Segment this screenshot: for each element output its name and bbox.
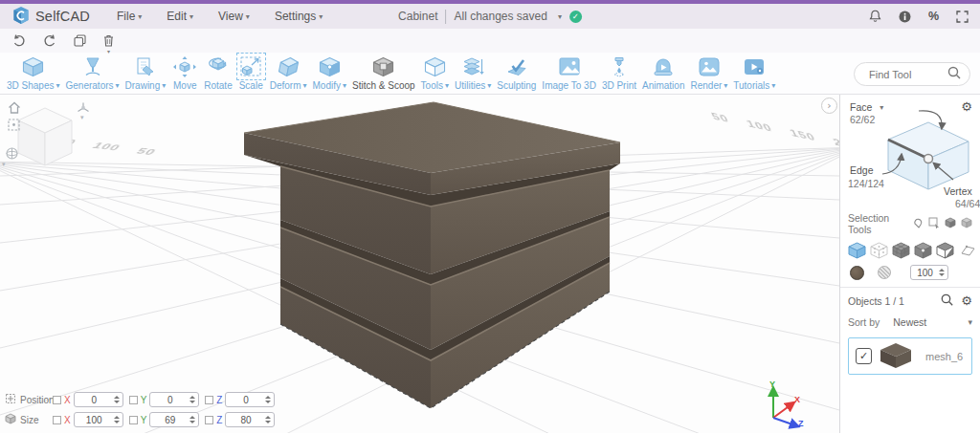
size-y-input-box[interactable]: [149, 412, 199, 427]
size-y-checkbox[interactable]: [129, 416, 138, 424]
position-y-input-box[interactable]: [149, 392, 199, 407]
chevron-down-icon: ▾: [445, 78, 449, 93]
menu-file[interactable]: File▾: [117, 10, 142, 23]
size-x-input[interactable]: [75, 415, 114, 425]
search-icon[interactable]: [947, 66, 961, 83]
position-x-input[interactable]: [75, 395, 114, 405]
material-texture-swatch[interactable]: [878, 266, 891, 279]
tool-deform[interactable]: Deform▾: [270, 54, 307, 93]
stepper-icon[interactable]: [189, 416, 198, 423]
position-row: Position X Y Z: [5, 392, 275, 407]
brand[interactable]: SelfCAD: [11, 6, 90, 28]
right-panel: Face▾ 62/62 ⚙ Edge: [839, 95, 980, 433]
position-x-checkbox[interactable]: [53, 396, 61, 404]
position-z-checkbox[interactable]: [205, 396, 213, 404]
home-view-icon[interactable]: [8, 100, 21, 118]
menu-settings[interactable]: Settings▾: [275, 10, 323, 23]
tool-3d-shapes[interactable]: 3D Shapes▾: [7, 54, 60, 93]
size-z-input[interactable]: [226, 415, 265, 425]
select-object-mode-icon[interactable]: [848, 242, 866, 259]
undo-icon[interactable]: [12, 34, 26, 47]
fullscreen-icon[interactable]: [956, 11, 969, 23]
find-tool-input[interactable]: [867, 68, 944, 81]
tool-scale[interactable]: Scale: [238, 54, 264, 93]
tool-tutorials[interactable]: Tutorials▾: [733, 54, 775, 93]
strength-input-box[interactable]: [910, 265, 948, 280]
chevron-down-icon[interactable]: ▾: [558, 12, 562, 21]
tool-3d-print[interactable]: 3D Print: [602, 54, 636, 93]
stepper-icon[interactable]: [939, 269, 947, 276]
tool-sculpting[interactable]: Sculpting: [497, 54, 536, 93]
size-x-checkbox[interactable]: [53, 416, 61, 424]
object-visibility-checkbox[interactable]: ✓: [856, 348, 872, 364]
tool-generators[interactable]: Generators▾: [66, 54, 120, 93]
position-z-input-box[interactable]: [225, 392, 275, 407]
scale-icon: [238, 54, 264, 78]
tool-move[interactable]: Move: [171, 54, 198, 93]
select-plane-mode-icon[interactable]: [958, 242, 976, 259]
model-mesh-6[interactable]: [244, 102, 620, 408]
box-select-icon[interactable]: [928, 217, 940, 230]
menu-edit[interactable]: Edit▾: [167, 10, 193, 23]
redo-icon[interactable]: [43, 34, 56, 47]
size-z-input-box[interactable]: [225, 412, 275, 427]
tool-stitch-scoop[interactable]: Stitch & Scoop: [352, 54, 415, 93]
material-color-swatch[interactable]: [850, 266, 864, 280]
object-thumbnail-icon: [879, 341, 913, 371]
navigation-cube[interactable]: [13, 104, 77, 171]
position-y-checkbox[interactable]: [129, 396, 138, 404]
object-list-item[interactable]: ✓ mesh_6: [848, 337, 972, 375]
size-x-input-box[interactable]: [74, 412, 123, 427]
print-3d-icon: [607, 54, 632, 78]
tool-rotate[interactable]: Rotate: [204, 54, 232, 93]
tool-render[interactable]: Render▾: [690, 54, 727, 93]
stepper-icon[interactable]: [114, 416, 122, 423]
viewport-3d[interactable]: 150 100 50 50 100 150 200 ▾ ▾ › Position: [0, 95, 839, 433]
sort-dropdown[interactable]: Newest ▾: [893, 316, 972, 328]
position-z-input[interactable]: [226, 395, 265, 405]
select-region-mode-icon[interactable]: [914, 242, 932, 259]
selection-info: Face▾ 62/62 ⚙ Edge: [848, 99, 972, 208]
tool-animation[interactable]: Animation: [642, 54, 684, 93]
menu-view[interactable]: View▾: [218, 10, 250, 23]
size-cube-icon: [5, 413, 16, 426]
panel-divider: [840, 287, 980, 288]
tool-tools[interactable]: Tools▾: [421, 54, 449, 93]
panel-collapse-button[interactable]: ›: [821, 98, 837, 114]
position-y-input[interactable]: [150, 395, 189, 405]
gear-icon[interactable]: ⚙: [961, 294, 972, 307]
animation-icon: [650, 54, 677, 78]
search-objects-icon[interactable]: [941, 293, 953, 308]
stepper-icon[interactable]: [189, 396, 198, 403]
copy-icon[interactable]: [74, 34, 86, 47]
tool-image-to-3d[interactable]: Image To 3D: [542, 54, 596, 93]
position-x-input-box[interactable]: [74, 392, 123, 407]
tool-drawing[interactable]: Drawing▾: [125, 54, 167, 93]
notifications-bell-icon[interactable]: [869, 10, 881, 23]
axis-y-label: Y: [141, 415, 147, 425]
chevron-down-icon[interactable]: ▾: [2, 161, 6, 168]
generator-icon: [81, 54, 104, 78]
textured-cube-icon[interactable]: [945, 217, 956, 230]
stepper-icon[interactable]: [265, 396, 274, 403]
chevron-down-icon[interactable]: ▾: [80, 114, 84, 121]
stepper-icon[interactable]: [114, 396, 122, 403]
percent-shortcuts-icon[interactable]: %: [928, 10, 939, 23]
orbit-icon[interactable]: [5, 146, 19, 164]
info-icon[interactable]: [899, 11, 911, 23]
select-vertices-mode-icon[interactable]: [870, 242, 888, 259]
select-loop-mode-icon[interactable]: [936, 242, 954, 259]
delete-trash-icon[interactable]: ▾: [103, 34, 114, 47]
save-status[interactable]: All changes saved: [454, 10, 546, 23]
strength-input[interactable]: [911, 268, 939, 278]
tool-utilities[interactable]: Utilities▾: [455, 54, 491, 93]
size-y-input[interactable]: [150, 415, 189, 425]
select-faces-mode-icon[interactable]: [892, 242, 910, 259]
paint-select-icon[interactable]: [912, 217, 924, 230]
solid-cube-icon[interactable]: [961, 217, 972, 230]
find-tool-search[interactable]: [854, 62, 970, 86]
fit-view-icon[interactable]: [8, 118, 20, 135]
stepper-icon[interactable]: [265, 416, 274, 423]
tool-modify[interactable]: Modify▾: [313, 54, 346, 93]
size-z-checkbox[interactable]: [205, 416, 213, 424]
